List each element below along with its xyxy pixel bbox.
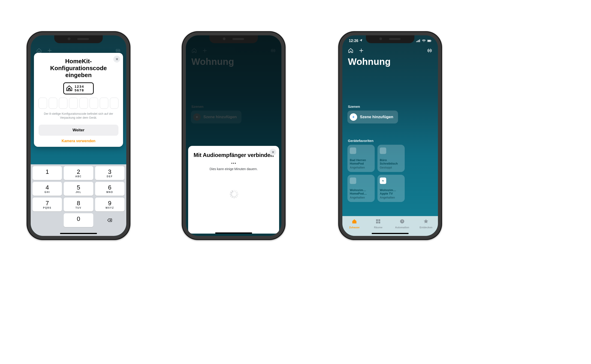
use-camera-link[interactable]: Kamera verwenden [39,139,118,143]
keypad-key-4[interactable]: 4GHI [32,182,62,196]
favorites-grid: Bad HerrenHomePodAngehaltenBüroSchreibti… [347,145,433,202]
broadcast-icon[interactable] [426,47,433,54]
keypad-key-8[interactable]: 8TUV [64,198,93,211]
phone-screen: Wohnung Szenen + Szene hinzufügen ✕ Mit … [186,35,281,236]
homekit-code-modal: ✕ HomeKit-Konfigurationscode eingeben 12… [34,53,123,147]
location-arrow-icon [359,39,363,43]
close-button[interactable]: ✕ [113,56,120,63]
tile-device: HomePod [350,162,372,165]
code-cell[interactable] [79,98,88,109]
svg-rect-7 [431,40,431,41]
tab-label: Entdecken [419,226,432,229]
keypad-key-7[interactable]: 7PQRS [32,198,62,211]
tile-room: Wohnzim… [380,188,403,192]
homepod-icon [350,148,356,154]
phone-notch [54,35,103,43]
code-cell[interactable] [69,98,78,109]
svg-rect-6 [428,40,430,42]
device-tile[interactable]: tvWohnzim…Apple TVAngehalten [377,175,405,202]
keypad-key-6[interactable]: 6MNO [95,182,124,196]
sheet-subtitle: Dies kann einige Minuten dauern. [193,167,274,171]
code-cell[interactable] [90,98,98,109]
phone-screen: ✕ HomeKit-Konfigurationscode eingeben 12… [31,35,126,236]
device-tile[interactable]: Bad HerrenHomePodAngehalten [347,145,375,172]
keypad-key-0[interactable]: 0 [64,213,93,227]
tile-status: Angehalten [380,196,403,199]
status-time: 12:26 [349,39,358,43]
keypad-key-3[interactable]: 3DEF [95,166,124,180]
home-indicator[interactable] [60,233,97,234]
home-indicator[interactable] [215,232,252,234]
continue-button[interactable]: Weiter [39,125,118,136]
code-input-row [39,98,118,109]
code-cell[interactable] [49,98,57,109]
appletv-icon: tv [380,177,386,184]
plus-icon: + [350,113,357,121]
tab-label: Zuhause [349,226,359,229]
numeric-keypad: 12ABC3DEF4GHI5JKL6MNO7PQRS8TUV9WXYZ0 [31,164,126,236]
phone-3-home-app: 12:26 Wohnung Szenen + Szene hinzufügen … [338,31,442,240]
keypad-key-1[interactable]: 1 [32,166,62,180]
tab-icon [351,219,357,225]
phone-notch [366,35,414,43]
tile-room: Bad Herren [350,159,372,162]
house-icon [66,85,73,92]
svg-rect-3 [418,40,419,42]
tile-device: Apple TV [380,192,403,195]
svg-rect-1 [416,41,417,42]
phone-1-homekit-code: ✕ HomeKit-Konfigurationscode eingeben 12… [26,31,130,240]
homepod-icon [350,177,356,184]
code-cell[interactable] [100,98,108,109]
tile-device: HomePod… [350,192,372,195]
modal-title: HomeKit-Konfigurationscode eingeben [39,58,118,79]
scenes-label: Szenen [348,104,360,109]
tile-status: Angehalten [350,196,372,199]
home-indicator[interactable] [372,233,409,234]
svg-rect-9 [378,219,380,221]
keypad-key-5[interactable]: 5JKL [64,182,93,196]
tile-status: Gestoppt [380,166,403,169]
badge-digits: 1234 5678 [75,85,84,92]
keypad-key-9[interactable]: 9WXYZ [95,198,124,211]
modal-hint: Der 8-stellige Konfigurationscode befind… [39,112,118,120]
tile-status: Angehalten [350,166,372,169]
sheet-title: Mit Audioempfän­ger verbinden … [193,152,274,165]
tile-device: Schreibtisch [380,162,403,165]
svg-rect-11 [378,221,380,223]
receiver-icon [380,148,386,154]
code-cell[interactable] [39,98,47,109]
tab-label: Automation [395,226,409,229]
homekit-badge: 1234 5678 [63,82,94,94]
svg-rect-2 [417,41,418,42]
cellular-icon [416,39,420,42]
keypad-key-2[interactable]: 2ABC [64,166,93,180]
backspace-key[interactable] [95,213,124,227]
tab-icon [399,219,405,225]
home-title: Wohnung [348,57,391,67]
close-button[interactable]: ✕ [269,149,276,156]
svg-rect-4 [419,39,420,42]
device-tile[interactable]: BüroSchreibtischGestoppt [377,145,405,172]
device-tile[interactable]: Wohnzim…HomePod…Angehalten [347,175,375,202]
loading-spinner-icon [229,190,238,199]
tab-icon [423,219,429,225]
wifi-icon [422,39,426,42]
home-header [342,46,438,56]
svg-rect-8 [376,219,378,221]
keypad-spacer [32,213,62,227]
favorites-label: Gerätefavoriten [348,139,374,143]
battery-icon [427,39,431,42]
home-icon[interactable] [347,47,354,54]
add-scene-button[interactable]: + Szene hinzufügen [347,110,398,124]
tile-room: Wohnzim… [350,188,372,192]
add-icon[interactable] [358,47,364,54]
code-cell[interactable] [110,98,118,109]
phone-2-connecting: Wohnung Szenen + Szene hinzufügen ✕ Mit … [182,31,286,240]
phone-screen: 12:26 Wohnung Szenen + Szene hinzufügen … [342,35,438,236]
status-right-icons [416,39,431,42]
tab-icon [375,219,381,225]
code-cell[interactable] [59,98,67,109]
add-scene-label: Szene hinzufügen [360,115,393,119]
connecting-sheet: ✕ Mit Audioempfän­ger verbinden … Dies k… [188,146,279,234]
tile-room: Büro [380,159,403,162]
